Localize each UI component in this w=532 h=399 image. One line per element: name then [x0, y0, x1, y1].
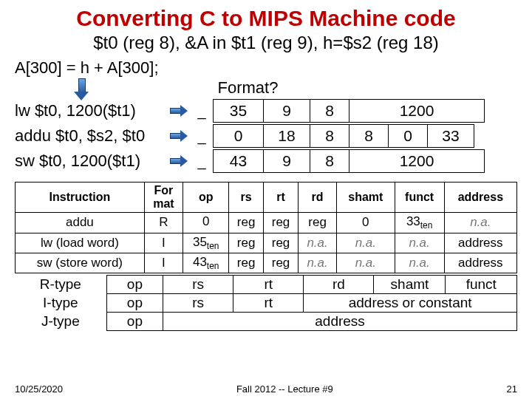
cell-format: I: [144, 233, 183, 253]
slide-title: Converting C to MIPS Machine code: [15, 6, 517, 31]
footer-page: 21: [507, 383, 517, 395]
asm-sw: sw $t0, 1200($t1): [15, 151, 170, 171]
enc-imm: 1200: [349, 100, 485, 123]
instruction-reference-table: Instruction For mat op rs rt rd shamt fu…: [15, 182, 517, 273]
cell-instr: lw (load word): [16, 233, 145, 253]
ref-row: lw (load word) I 35ten reg reg n.a. n.a.…: [16, 233, 517, 253]
cell-op: 43ten: [183, 253, 229, 273]
ref-header-row: Instruction For mat op rs rt rd shamt fu…: [16, 183, 517, 213]
cell-rt: reg: [264, 213, 299, 233]
hdr-rd: rd: [298, 183, 336, 213]
ref-row: sw (store word) I 43ten reg reg n.a. n.a…: [16, 253, 517, 273]
field-rs: rs: [163, 276, 233, 294]
register-mapping: $t0 (reg 8), &A in $t1 (reg 9), h=$s2 (r…: [15, 33, 517, 53]
field-addr: address: [163, 313, 517, 331]
enc-rt: 8: [310, 100, 349, 123]
cell-shamt: 0: [337, 213, 395, 233]
cell-shamt: n.a.: [337, 233, 395, 253]
arrow-right-icon: [170, 130, 189, 142]
jtype-label: J-type: [15, 313, 106, 331]
cell-rd: n.a.: [298, 233, 336, 253]
hdr-address: address: [444, 183, 516, 213]
field-rt: rt: [233, 276, 304, 294]
hdr-funct: funct: [395, 183, 444, 213]
format-blank: _: [191, 103, 213, 120]
enc-rt: 8: [310, 150, 349, 173]
enc-rs: 9: [264, 150, 310, 173]
slide: Converting C to MIPS Machine code $t0 (r…: [0, 0, 532, 399]
cell-rs: reg: [229, 253, 264, 273]
encoding-sw: 43 9 8 1200: [213, 149, 485, 173]
ref-row: addu R 0 reg reg reg 0 33ten n.a.: [16, 213, 517, 233]
cell-format: I: [144, 253, 183, 273]
format-layout-table: R-type op rs rt rd shamt funct I-type op…: [15, 275, 517, 331]
hdr-rt: rt: [264, 183, 299, 213]
field-imm: address or constant: [304, 294, 517, 313]
instr-row-lw: lw $t0, 1200($t1) _ 35 9 8 1200: [15, 99, 517, 123]
cell-rt: reg: [264, 233, 299, 253]
cell-funct: n.a.: [395, 233, 444, 253]
enc-op: 35: [214, 100, 264, 123]
hdr-shamt: shamt: [337, 183, 395, 213]
slide-footer: 10/25/2020 Fall 2012 -- Lecture #9 21: [15, 383, 517, 395]
cell-rt: reg: [264, 253, 299, 273]
c-statement: A[300] = h + A[300];: [15, 58, 517, 78]
jtype-row: J-type op address: [15, 313, 517, 331]
enc-rs: 18: [264, 125, 310, 148]
itype-row: I-type op rs rt address or constant: [15, 294, 517, 313]
field-op: op: [106, 276, 163, 294]
cell-address: address: [444, 233, 516, 253]
field-rt: rt: [233, 294, 304, 313]
footer-date: 10/25/2020: [15, 383, 63, 395]
enc-rs: 9: [264, 100, 310, 123]
hdr-instr: Instruction: [16, 183, 145, 213]
format-blank: _: [191, 128, 213, 145]
arrow-right-icon: [170, 155, 189, 167]
cell-format: R: [144, 213, 183, 233]
hdr-rs: rs: [229, 183, 264, 213]
format-blank: _: [191, 153, 213, 170]
cell-rs: reg: [229, 213, 264, 233]
arrow-right-icon: [170, 105, 189, 117]
cell-instr: sw (store word): [16, 253, 145, 273]
field-funct: funct: [446, 276, 517, 294]
enc-rt: 8: [310, 125, 349, 148]
field-op: op: [106, 294, 163, 313]
encoding-lw: 35 9 8 1200: [213, 99, 485, 123]
enc-op: 43: [214, 150, 264, 173]
enc-funct: 33: [428, 125, 474, 148]
field-shamt: shamt: [374, 276, 446, 294]
rtype-label: R-type: [15, 276, 106, 294]
cell-op: 35ten: [183, 233, 229, 253]
cell-address: n.a.: [444, 213, 516, 233]
field-rd: rd: [304, 276, 374, 294]
enc-shamt: 0: [389, 125, 428, 148]
asm-addu: addu $t0, $s2, $t0: [15, 126, 170, 146]
hdr-op: op: [183, 183, 229, 213]
compile-arrow: Format?: [15, 78, 517, 98]
cell-funct: 33ten: [395, 213, 444, 233]
itype-label: I-type: [15, 294, 106, 313]
rtype-row: R-type op rs rt rd shamt funct: [15, 276, 517, 294]
enc-op: 0: [214, 125, 264, 148]
encoding-addu: 0 18 8 8 0 33: [213, 124, 474, 148]
cell-address: address: [444, 253, 516, 273]
cell-op: 0: [183, 213, 229, 233]
arrow-down-icon: [74, 78, 89, 100]
hdr-format: For mat: [144, 183, 183, 213]
cell-rs: reg: [229, 233, 264, 253]
field-op: op: [106, 313, 163, 331]
asm-lw: lw $t0, 1200($t1): [15, 101, 170, 120]
footer-lecture: Fall 2012 -- Lecture #9: [236, 383, 333, 395]
cell-funct: n.a.: [395, 253, 444, 273]
instr-row-addu: addu $t0, $s2, $t0 _ 0 18 8 8 0 33: [15, 124, 517, 148]
cell-rd: reg: [298, 213, 336, 233]
cell-instr: addu: [16, 213, 145, 233]
instr-row-sw: sw $t0, 1200($t1) _ 43 9 8 1200: [15, 149, 517, 173]
enc-imm: 1200: [349, 150, 485, 173]
cell-rd: n.a.: [298, 253, 336, 273]
field-rs: rs: [163, 294, 233, 313]
enc-rd: 8: [349, 125, 389, 148]
cell-shamt: n.a.: [337, 253, 395, 273]
format-label: Format?: [217, 78, 278, 97]
